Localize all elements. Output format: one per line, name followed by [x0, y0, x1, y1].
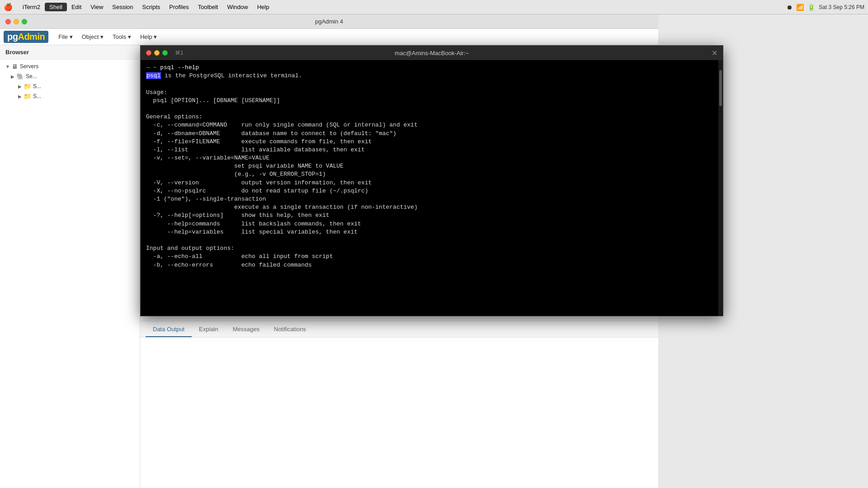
menubar-right: ⏺ 📶 🔋 Sat 3 Sep 5:26 PM: [786, 4, 864, 11]
terminal-option-1-detail: execute as a single transaction (if non-…: [146, 203, 717, 211]
terminal-blank-3: [146, 236, 717, 244]
terminal-traffic-lights: [146, 50, 168, 56]
terminal-overlay: ⌘1 mac@Amins-MacBook-Air:~ ✕ → ~ psql --…: [140, 45, 658, 488]
main-content: ⌘1 mac@Amins-MacBook-Air:~ ✕ → ~ psql --…: [140, 45, 658, 488]
se-icon: 🐘: [16, 73, 24, 80]
tree-item-sub2[interactable]: ▶ 📁 S...: [0, 91, 140, 101]
terminal-usage-label: Usage:: [146, 89, 717, 97]
terminal-max-light[interactable]: [162, 50, 168, 56]
menubar-shell[interactable]: Shell: [45, 3, 67, 11]
tree-arrow-se: ▶: [11, 74, 14, 79]
terminal-option-a: -a, --echo-all echo all input from scrip…: [146, 253, 717, 261]
terminal-keyboard-shortcut: ⌘1: [175, 50, 184, 56]
terminal-option-f: -f, --file=FILENAME execute commands fro…: [146, 138, 717, 146]
sidebar: Browser ▼ 🖥 Servers ▶ 🐘 Se... ▶ 📁 S...: [0, 45, 140, 488]
terminal-titlebar: ⌘1 mac@Amins-MacBook-Air:~ ✕: [141, 46, 723, 60]
terminal-option-help-variables: --help=variables list special variables,…: [146, 228, 717, 236]
tree-arrow-servers: ▼: [5, 64, 10, 69]
pgadmin-close-button[interactable]: [5, 19, 11, 24]
menubar-edit[interactable]: Edit: [67, 3, 86, 11]
sidebar-content: ▼ 🖥 Servers ▶ 🐘 Se... ▶ 📁 S... ▶ 📁: [0, 60, 140, 488]
sidebar-header: Browser: [0, 45, 140, 60]
terminal-window: ⌘1 mac@Amins-MacBook-Air:~ ✕ → ~ psql --…: [140, 45, 723, 316]
terminal-general-options-label: General options:: [146, 113, 717, 121]
battery-icon[interactable]: 🔋: [807, 4, 815, 11]
terminal-option-v-detail: set psql variable NAME to VALUE: [146, 162, 717, 170]
terminal-close-light[interactable]: [146, 50, 151, 56]
menubar-session[interactable]: Session: [108, 3, 137, 11]
terminal-scrollbar-thumb: [719, 70, 722, 106]
terminal-prompt-arrow: → ~: [146, 64, 160, 71]
pgadmin-window: pgAdmin 4 pgAdmin File ▾ Object ▾ Tools …: [0, 14, 658, 488]
terminal-blank-2: [146, 105, 717, 113]
pgadmin-maximize-button[interactable]: [22, 19, 27, 24]
menubar-help[interactable]: Help: [253, 3, 274, 11]
terminal-usage-line: psql [OPTION]... [DBNAME [USERNAME]]: [146, 97, 717, 105]
menubar-view[interactable]: View: [86, 3, 108, 11]
servers-icon: 🖥: [12, 63, 18, 70]
menubar: 🍎 iTerm2 Shell Edit View Session Scripts…: [0, 0, 868, 14]
terminal-option-v-example: (e.g., -v ON_ERROR_STOP=1): [146, 170, 717, 178]
terminal-blank-1: [146, 80, 717, 88]
terminal-min-light[interactable]: [154, 50, 160, 56]
terminal-option-1: -1 ("one"), --single-transaction: [146, 195, 717, 203]
terminal-output-line-1: psql is the PostgreSQL interactive termi…: [146, 72, 717, 80]
pgadmin-menu: pgAdmin File ▾ Object ▾ Tools ▾ Help ▾: [0, 29, 658, 45]
terminal-scrollbar[interactable]: [718, 60, 723, 316]
terminal-title: mac@Amins-MacBook-Air:~: [395, 50, 469, 56]
tree-arrow-sub2: ▶: [18, 94, 22, 99]
pgadmin-body: Browser ▼ 🖥 Servers ▶ 🐘 Se... ▶ 📁 S...: [0, 45, 658, 488]
terminal-option-d: -d, --dbname=DBNAME database name to con…: [146, 130, 717, 138]
terminal-option-help-commands: --help=commands list backslash commands,…: [146, 220, 717, 228]
clock: Sat 3 Sep 5:26 PM: [819, 4, 864, 10]
pgadmin-menu-file[interactable]: File ▾: [54, 32, 77, 42]
tree-label-se: Se...: [26, 73, 37, 80]
tree-label-sub1: S...: [33, 83, 41, 89]
pgadmin-menu-object[interactable]: Object ▾: [77, 32, 108, 42]
sub2-icon: 📁: [24, 93, 31, 100]
terminal-option-help: -?, --help[=options] show this help, the…: [146, 211, 717, 220]
terminal-highlight-psql: psql: [146, 72, 161, 79]
pgadmin-menu-help[interactable]: Help ▾: [136, 32, 161, 42]
terminal-option-l: -l, --list list available databases, the…: [146, 146, 717, 154]
tree-item-sub1[interactable]: ▶ 📁 S...: [0, 81, 140, 91]
apple-menu[interactable]: 🍎: [4, 3, 13, 11]
terminal-prompt-line: → ~ psql --help: [146, 64, 717, 72]
tree-label-servers: Servers: [20, 63, 38, 70]
terminal-option-b: -b, --echo-errors echo failed commands: [146, 261, 717, 269]
pgadmin-title: pgAdmin 4: [315, 18, 343, 25]
terminal-option-V: -V, --version output version information…: [146, 179, 717, 187]
tree-item-se[interactable]: ▶ 🐘 Se...: [0, 71, 140, 81]
terminal-option-v: -v, --set=, --variable=NAME=VALUE: [146, 154, 717, 162]
terminal-output-text-1: is the PostgreSQL interactive terminal.: [161, 72, 302, 79]
terminal-option-X: -X, --no-psqlrc do not read startup file…: [146, 187, 717, 195]
menubar-profiles[interactable]: Profiles: [165, 3, 193, 11]
pgadmin-logo: pgAdmin: [4, 31, 48, 43]
sub1-icon: 📁: [24, 83, 31, 90]
wifi-icon[interactable]: 📶: [796, 4, 804, 11]
pgadmin-titlebar: pgAdmin 4: [0, 14, 658, 29]
menubar-scripts[interactable]: Scripts: [138, 3, 165, 11]
tree-label-sub2: S...: [33, 93, 41, 99]
terminal-close-button[interactable]: ✕: [712, 49, 717, 57]
menubar-window[interactable]: Window: [222, 3, 252, 11]
terminal-content[interactable]: → ~ psql --help psql is the PostgreSQL i…: [141, 60, 723, 316]
menubar-toolbelt[interactable]: Toolbelt: [193, 3, 223, 11]
screen-record-icon[interactable]: ⏺: [786, 4, 793, 11]
terminal-command: psql --help: [160, 64, 199, 71]
terminal-io-options-label: Input and output options:: [146, 244, 717, 253]
pgadmin-menu-tools[interactable]: Tools ▾: [108, 32, 136, 42]
tree-arrow-sub1: ▶: [18, 84, 22, 89]
menubar-iterm2[interactable]: iTerm2: [18, 3, 45, 11]
tree-item-servers[interactable]: ▼ 🖥 Servers: [0, 61, 140, 71]
terminal-option-c: -c, --command=COMMAND run only single co…: [146, 121, 717, 129]
pgadmin-traffic-lights: [5, 19, 27, 24]
pgadmin-minimize-button[interactable]: [14, 19, 19, 24]
